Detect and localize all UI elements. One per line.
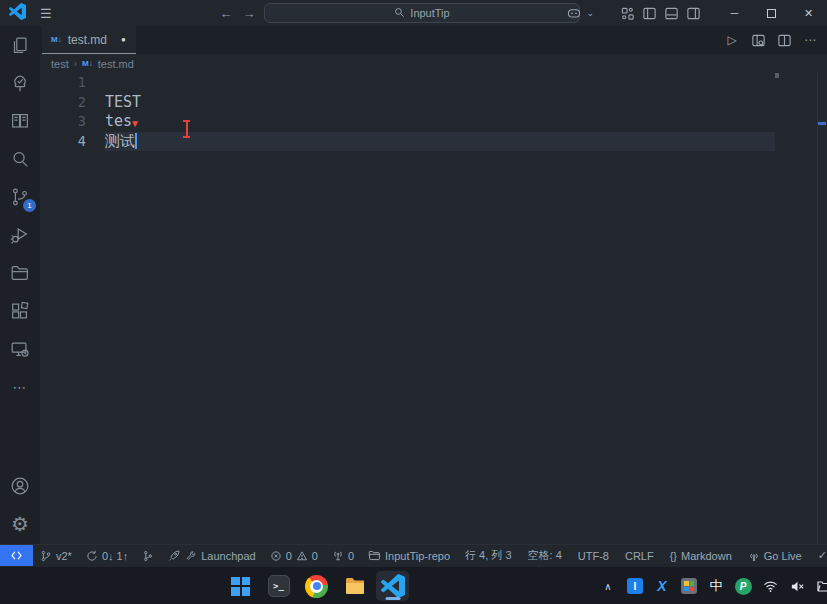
toggle-secondary-sidebar-icon[interactable] <box>682 0 704 26</box>
start-button[interactable] <box>224 571 257 601</box>
vscode-window: ☰ ← → InputTip ⌄ <box>0 0 827 566</box>
eol-item[interactable]: CRLF <box>617 545 662 566</box>
code-line-3[interactable]: 3 tes▼ <box>40 112 827 132</box>
search-view-icon[interactable] <box>8 147 32 171</box>
search-text: InputTip <box>410 7 449 19</box>
scm-graph-item[interactable] <box>135 545 161 566</box>
tray-inputtip-icon[interactable]: I <box>626 577 644 595</box>
copilot-menu[interactable]: ⌄ <box>563 0 594 26</box>
customize-layout-icon[interactable] <box>616 0 638 26</box>
code-editor[interactable]: 1 2 TEST 3 tes▼ 4 测试 <box>40 73 827 544</box>
code-line-2[interactable]: 2 TEST <box>40 93 827 113</box>
status-bar: v2* 0↓ 1↑ Launchpad 0 <box>0 544 827 566</box>
toggle-panel-icon[interactable] <box>660 0 682 26</box>
line-text-content: 测试 <box>105 132 135 150</box>
line-text[interactable]: tes▼ <box>105 112 775 132</box>
run-debug-icon[interactable] <box>8 223 32 247</box>
tray-clipped-icon[interactable] <box>815 577 827 595</box>
ports-item[interactable]: 0 <box>325 545 361 566</box>
search-icon <box>394 7 405 20</box>
breadcrumb: test › M↓ test.md <box>40 54 827 73</box>
language-mode-item[interactable]: {} Markdown <box>662 545 740 566</box>
problems-item[interactable]: 0 0 <box>263 545 325 566</box>
maximize-icon <box>767 9 776 18</box>
command-center-search[interactable]: InputTip <box>264 3 580 23</box>
vscode-app-icon[interactable] <box>376 571 409 601</box>
line-text[interactable]: 测试 <box>105 132 775 152</box>
tab-strip: M↓ test.md ● ▷ ⋯ <box>40 26 827 54</box>
branch-label: v2* <box>56 550 72 562</box>
cursor-position-item[interactable]: 行 4, 列 3 <box>457 545 519 566</box>
wifi-icon[interactable] <box>761 577 779 595</box>
remote-indicator[interactable] <box>0 545 33 566</box>
settings-gear-icon[interactable]: ⚙ <box>8 512 32 536</box>
windows-logo-icon <box>231 577 250 596</box>
extensions-icon[interactable] <box>8 299 32 323</box>
chrome-app-icon[interactable] <box>300 571 333 601</box>
inputtip-letter: I <box>627 578 643 594</box>
line-number: 1 <box>40 73 86 93</box>
tab-test-md[interactable]: M↓ test.md ● <box>42 26 136 54</box>
formatter-item[interactable]: ✓ Prettier <box>810 545 827 566</box>
menu-hamburger-icon[interactable]: ☰ <box>40 6 52 21</box>
overview-cursor-mark <box>818 122 826 125</box>
overview-ruler[interactable] <box>817 73 827 544</box>
breadcrumb-file[interactable]: test.md <box>98 58 134 70</box>
launchpad-item[interactable]: Launchpad <box>161 545 262 566</box>
git-branch-item[interactable]: v2* <box>33 545 79 566</box>
ime-indicator[interactable]: 中 <box>707 577 725 595</box>
encoding-item[interactable]: UTF-8 <box>570 545 617 566</box>
system-tray: ∧ I X 中 P <box>599 567 827 604</box>
folder-yellow-icon <box>343 574 367 598</box>
layout-controls <box>616 0 704 26</box>
mouse-ibeam-cursor <box>182 120 191 138</box>
warnings-count: 0 <box>312 550 318 562</box>
toggle-primary-sidebar-icon[interactable] <box>638 0 660 26</box>
todo-tree-icon[interactable] <box>8 71 32 95</box>
sync-label: 0↓ 1↑ <box>102 550 128 562</box>
file-explorer-app-icon[interactable] <box>338 571 371 601</box>
tray-chevron-up-icon[interactable]: ∧ <box>599 577 617 595</box>
editor-actions: ▷ ⋯ <box>723 26 819 54</box>
line-text[interactable]: TEST <box>105 93 775 113</box>
project-folder-icon[interactable] <box>8 261 32 285</box>
language-label: Markdown <box>681 550 732 562</box>
tray-x-app-icon[interactable]: X <box>653 577 671 595</box>
copilot-icon <box>563 0 585 26</box>
go-live-item[interactable]: Go Live <box>740 545 810 566</box>
split-editor-icon[interactable] <box>775 31 793 49</box>
code-line-4-active[interactable]: 4 测试 <box>40 132 827 152</box>
more-views-icon[interactable]: ⋯ <box>8 375 32 399</box>
status-right: 行 4, 列 3 空格: 4 UTF-8 CRLF {} Markdown Go… <box>457 545 827 566</box>
line-number: 3 <box>40 112 86 132</box>
more-actions-icon[interactable]: ⋯ <box>801 31 819 49</box>
minimize-button[interactable]: ─ <box>716 0 753 26</box>
code-line-1[interactable]: 1 <box>40 73 827 93</box>
tray-green-app-icon[interactable]: P <box>734 577 752 595</box>
breadcrumb-separator: › <box>74 58 77 69</box>
indentation-item[interactable]: 空格: 4 <box>520 545 570 566</box>
source-control-icon[interactable]: 1 <box>8 185 32 209</box>
book-icon[interactable] <box>8 109 32 133</box>
volume-muted-icon[interactable] <box>788 577 806 595</box>
status-left: v2* 0↓ 1↑ Launchpad 0 <box>0 545 457 566</box>
account-icon[interactable] <box>8 474 32 498</box>
titlebar-center: ← → InputTip <box>218 0 580 26</box>
back-arrow-icon[interactable]: ← <box>218 6 234 21</box>
open-preview-icon[interactable] <box>749 31 767 49</box>
line-text[interactable] <box>105 73 775 93</box>
close-button[interactable]: ✕ <box>790 0 827 26</box>
modified-dot-icon[interactable]: ● <box>121 35 126 44</box>
forward-arrow-icon[interactable]: → <box>241 6 257 21</box>
git-sync-item[interactable]: 0↓ 1↑ <box>79 545 135 566</box>
terminal-app-icon[interactable]: >_ <box>262 571 295 601</box>
maximize-button[interactable] <box>753 0 790 26</box>
explorer-icon[interactable] <box>8 33 32 57</box>
tray-screenshot-app-icon[interactable] <box>680 577 698 595</box>
minimap-mark <box>775 73 779 78</box>
line-text-content: tes <box>105 112 132 130</box>
breadcrumb-folder[interactable]: test <box>51 58 69 70</box>
repo-item[interactable]: InputTip-repo <box>361 545 457 566</box>
run-button[interactable]: ▷ <box>723 31 741 49</box>
remote-explorer-icon[interactable] <box>8 337 32 361</box>
